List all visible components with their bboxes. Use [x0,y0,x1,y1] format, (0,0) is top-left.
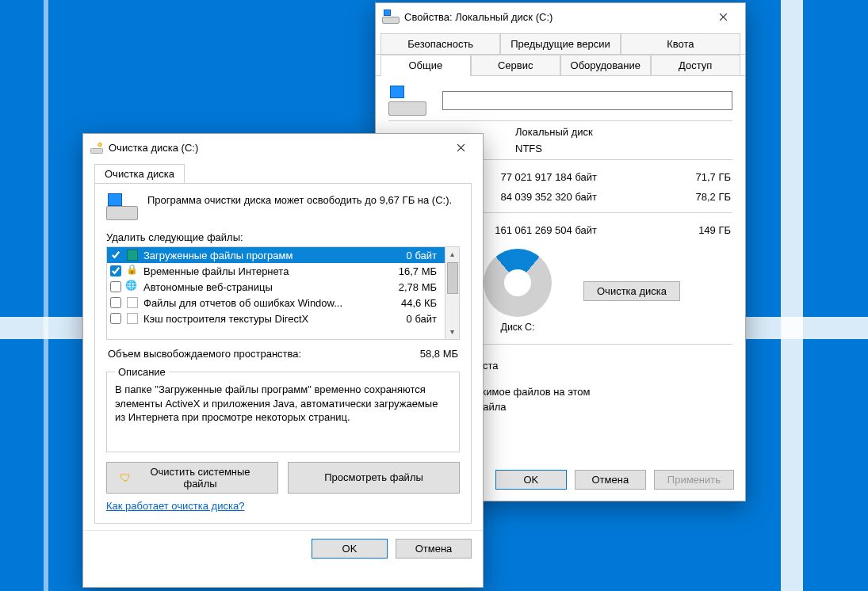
file-list: Загруженные файлы программ0 байтВременны… [106,246,460,340]
clean-system-files-button[interactable]: 🛡 Очистить системные файлы [106,462,278,494]
file-size: 0 байт [386,250,442,261]
file-checkbox[interactable] [110,265,121,276]
file-name: Файлы для отчетов об ошибках Window... [143,297,381,309]
ok-button[interactable]: OK [495,470,567,490]
drive-icon [106,193,138,220]
disk-label: Диск C: [484,322,552,333]
properties-title: Свойства: Локальный диск (C:) [404,11,553,23]
file-checkbox[interactable] [110,281,121,292]
usage-donut-icon [484,249,552,317]
tab-hardware[interactable]: Оборудование [560,55,651,75]
list-item[interactable]: Автономные веб-страницы2,78 МБ [107,279,445,295]
scroll-up-icon[interactable]: ▴ [450,248,454,261]
tab-prev-versions[interactable]: Предыдущие версии [500,33,620,54]
properties-titlebar[interactable]: Свойства: Локальный диск (C:) [376,3,745,30]
freed-value: 58,8 МБ [420,348,458,360]
cleanup-titlebar[interactable]: Очистка диска (C:) [83,134,483,161]
list-item[interactable]: Временные файлы Интернета16,7 МБ [107,263,445,279]
scroll-thumb[interactable] [447,262,458,294]
drive-icon [382,10,400,24]
globe-icon [126,280,139,293]
apply-button[interactable]: Применить [654,470,734,490]
help-link[interactable]: Как работает очистка диска? [106,500,244,512]
description-legend: Описание [115,366,169,378]
disk-type-value: Локальный диск [515,126,732,138]
cleanup-tab-frame: Очистка диска Программа очистки диска мо… [94,164,472,524]
file-checkbox[interactable] [110,250,121,261]
list-item[interactable]: Кэш построителя текстуры DirectX0 байт [107,311,445,326]
file-name: Кэш построителя текстуры DirectX [143,313,381,325]
tab-general[interactable]: Общие [380,55,471,75]
file-checkbox[interactable] [110,313,121,324]
properties-tabs-bottom: Общие Сервис Оборудование Доступ [376,55,745,76]
page-icon [126,296,139,309]
svg-rect-0 [91,149,103,154]
close-icon[interactable] [445,138,476,157]
tab-quota[interactable]: Квота [621,33,740,54]
tab-service[interactable]: Сервис [471,55,561,75]
cancel-button[interactable]: Отмена [575,470,646,490]
cancel-button[interactable]: Отмена [396,539,472,559]
file-name: Временные файлы Интернета [143,265,381,277]
capacity-gb: 149 ГБ [622,221,731,239]
list-item[interactable]: Файлы для отчетов об ошибках Window...44… [107,295,445,311]
file-name: Автономные веб-страницы [143,281,381,293]
freed-label: Объем высвобождаемого пространства: [108,348,301,360]
description-group: Описание В папке "Загруженные файлы прог… [106,366,460,452]
file-size: 44,6 КБ [386,297,442,309]
teal-icon [126,249,139,261]
wallpaper-cross-v [781,0,803,591]
file-checkbox[interactable] [110,297,121,308]
wallpaper-line [44,0,48,591]
drive-icon-large [388,86,426,116]
disk-cleanup-button[interactable]: Очистка диска [583,281,680,301]
file-name: Загруженные файлы программ [143,250,381,261]
scrollbar[interactable]: ▴ ▾ [445,247,459,339]
properties-dialog-buttons: OK Отмена Применить [495,470,734,490]
clean-system-files-label: Очистить системные файлы [136,466,265,490]
tab-cleanup[interactable]: Очистка диска [94,164,185,183]
used-gb: 71,7 ГБ [622,168,731,186]
description-text: В папке "Загруженные файлы программ" вре… [115,383,451,425]
free-gb: 78,2 ГБ [622,188,731,206]
list-item[interactable]: Загруженные файлы программ0 байт [107,247,445,263]
cleanup-head-text: Программа очистки диска может освободить… [147,193,452,208]
cleanup-icon [90,140,104,154]
lock-icon [126,265,139,277]
volume-label-input[interactable] [442,91,732,110]
file-size: 0 байт [386,313,442,325]
cleanup-window: Очистка диска (C:) Очистка диска Програм… [82,133,484,588]
file-size: 2,78 МБ [386,281,442,293]
tab-security[interactable]: Безопасность [380,33,500,54]
page-icon [126,312,139,325]
close-icon[interactable] [707,7,739,26]
shield-icon: 🛡 [120,472,131,483]
ok-button[interactable]: OK [312,539,388,559]
filesystem-value: NTFS [515,143,732,154]
scroll-down-icon[interactable]: ▾ [450,326,454,338]
file-size: 16,7 МБ [386,265,442,277]
cleanup-dialog-buttons: OK Отмена [83,530,483,568]
delete-files-label: Удалить следующие файлы: [106,231,460,243]
properties-tabs-top: Безопасность Предыдущие версии Квота [376,30,745,55]
cleanup-title: Очистка диска (C:) [109,142,198,154]
tab-sharing[interactable]: Доступ [651,55,741,75]
view-files-button[interactable]: Просмотреть файлы [288,462,460,494]
